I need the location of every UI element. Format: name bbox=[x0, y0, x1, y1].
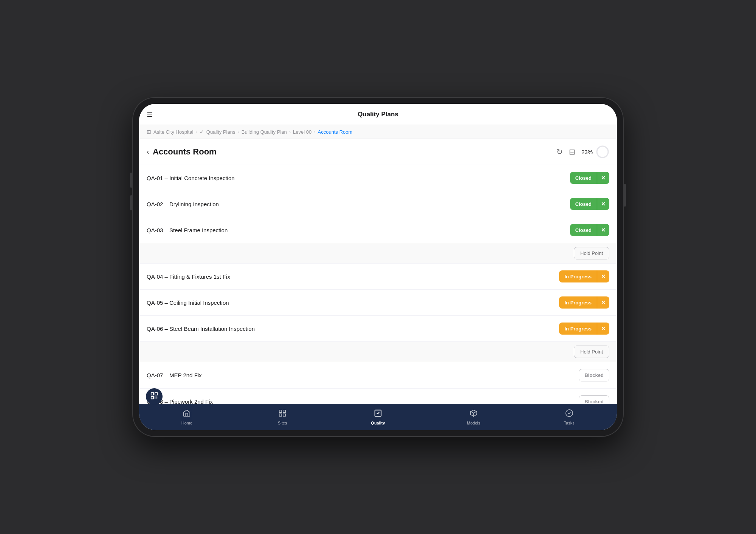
badge-label: Closed bbox=[570, 198, 597, 210]
nav-item-sites[interactable]: Sites bbox=[267, 409, 297, 425]
list-item[interactable]: QA-01 – Initial Concrete Inspection Clos… bbox=[139, 165, 617, 191]
screen: ☰ Quality Plans ⊞ Asite City Hospital › … bbox=[139, 104, 617, 430]
progress-text: 23% bbox=[581, 149, 593, 155]
svg-point-0 bbox=[597, 146, 608, 157]
hold-point-row: Hold Point bbox=[139, 342, 617, 362]
badge-close-icon[interactable]: ✕ bbox=[597, 172, 609, 184]
layout-icon[interactable]: ⊟ bbox=[569, 147, 575, 156]
back-button[interactable]: ‹ bbox=[147, 148, 149, 156]
breadcrumb-sep-3: › bbox=[289, 129, 291, 135]
breadcrumb-site[interactable]: ⊞ Asite City Hospital bbox=[147, 129, 193, 135]
list-item-label: QA-06 – Steel Beam Installation Inspecti… bbox=[147, 326, 255, 332]
breadcrumb-building-label: Building Quality Plan bbox=[242, 129, 287, 135]
progress-container: 23% bbox=[581, 145, 609, 159]
svg-rect-9 bbox=[151, 392, 153, 395]
list-item[interactable]: QA-04 – Fitting & Fixtures 1st Fix In Pr… bbox=[139, 264, 617, 290]
svg-rect-10 bbox=[155, 392, 157, 395]
list-item-label: QA-03 – Steel Frame Inspection bbox=[147, 227, 228, 233]
qa-list: QA-01 – Initial Concrete Inspection Clos… bbox=[139, 165, 617, 404]
status-badge-in-progress[interactable]: In Progress ✕ bbox=[559, 323, 609, 335]
list-item-label: QA-01 – Initial Concrete Inspection bbox=[147, 175, 235, 181]
breadcrumb-building[interactable]: Building Quality Plan bbox=[242, 129, 287, 135]
hold-point-badge[interactable]: Hold Point bbox=[574, 247, 609, 259]
badge-label: In Progress bbox=[559, 271, 597, 282]
page-title: Accounts Room bbox=[153, 147, 217, 157]
badge-close-icon[interactable]: ✕ bbox=[597, 323, 609, 335]
home-icon bbox=[183, 409, 191, 420]
models-icon bbox=[469, 409, 478, 420]
list-item[interactable]: QA-03 – Steel Frame Inspection Closed ✕ bbox=[139, 217, 617, 243]
svg-rect-5 bbox=[283, 414, 285, 416]
badge-label: Blocked bbox=[579, 369, 609, 381]
page-header-left: ‹ Accounts Room bbox=[147, 147, 217, 157]
page-header: ‹ Accounts Room ↻ ⊟ 23% bbox=[139, 139, 617, 165]
breadcrumb-level[interactable]: Level 00 bbox=[293, 129, 311, 135]
list-item[interactable]: QA-05 – Ceiling Initial Inspection In Pr… bbox=[139, 290, 617, 316]
badge-label: Blocked bbox=[579, 396, 609, 404]
fab-button[interactable] bbox=[146, 388, 163, 405]
qr-icon bbox=[150, 392, 158, 402]
power-button[interactable] bbox=[624, 184, 626, 207]
badge-close-icon[interactable]: ✕ bbox=[597, 270, 609, 282]
badge-close-icon[interactable]: ✕ bbox=[597, 296, 609, 309]
status-badge-closed[interactable]: Closed ✕ bbox=[570, 172, 609, 184]
list-item[interactable]: QA-06 – Steel Beam Installation Inspecti… bbox=[139, 316, 617, 342]
grid-icon: ⊞ bbox=[147, 129, 151, 135]
quality-icon bbox=[374, 409, 382, 420]
main-content: ‹ Accounts Room ↻ ⊟ 23% bbox=[139, 139, 617, 404]
hold-point-row: Hold Point bbox=[139, 243, 617, 264]
status-badge-in-progress[interactable]: In Progress ✕ bbox=[559, 296, 609, 309]
badge-close-icon[interactable]: ✕ bbox=[597, 224, 609, 236]
list-item[interactable]: QA-02 – Drylining Inspection Closed ✕ bbox=[139, 191, 617, 217]
status-badge-blocked[interactable]: Blocked bbox=[579, 395, 609, 404]
bottom-nav: Home Sites Quality Models bbox=[139, 404, 617, 430]
breadcrumb-room-label: Accounts Room bbox=[318, 129, 353, 135]
svg-rect-4 bbox=[279, 414, 282, 416]
status-badge-blocked[interactable]: Blocked bbox=[579, 369, 609, 381]
nav-label-home: Home bbox=[181, 421, 192, 425]
badge-label: In Progress bbox=[559, 297, 597, 309]
breadcrumb-level-label: Level 00 bbox=[293, 129, 311, 135]
volume-up-button[interactable] bbox=[130, 173, 132, 188]
breadcrumb: ⊞ Asite City Hospital › ✓ Quality Plans … bbox=[139, 125, 617, 139]
list-item-label: QA-05 – Ceiling Initial Inspection bbox=[147, 299, 229, 306]
device-frame: ☰ Quality Plans ⊞ Asite City Hospital › … bbox=[132, 97, 624, 437]
hold-point-badge[interactable]: Hold Point bbox=[574, 346, 609, 358]
nav-label-quality: Quality bbox=[371, 421, 385, 425]
svg-rect-2 bbox=[279, 410, 282, 412]
list-item-label: QA-04 – Fitting & Fixtures 1st Fix bbox=[147, 273, 230, 280]
badge-close-icon[interactable]: ✕ bbox=[597, 198, 609, 210]
breadcrumb-quality[interactable]: ✓ Quality Plans bbox=[200, 129, 235, 135]
status-badge-closed[interactable]: Closed ✕ bbox=[570, 224, 609, 236]
nav-item-models[interactable]: Models bbox=[459, 409, 489, 425]
list-item[interactable]: QA-07 – MEP 2nd Fix Blocked bbox=[139, 362, 617, 389]
breadcrumb-sep-4: › bbox=[314, 129, 315, 135]
badge-label: Closed bbox=[570, 172, 597, 184]
breadcrumb-sep-2: › bbox=[237, 129, 239, 135]
status-badge-in-progress[interactable]: In Progress ✕ bbox=[559, 270, 609, 282]
refresh-icon[interactable]: ↻ bbox=[556, 147, 563, 156]
badge-label: In Progress bbox=[559, 323, 597, 335]
breadcrumb-room: Accounts Room bbox=[318, 129, 353, 135]
sites-icon bbox=[278, 409, 287, 420]
check-icon: ✓ bbox=[200, 129, 204, 135]
nav-label-sites: Sites bbox=[278, 421, 287, 425]
nav-label-tasks: Tasks bbox=[564, 421, 575, 425]
list-item-label: QA-07 – MEP 2nd Fix bbox=[147, 372, 202, 378]
list-item-label: QA-02 – Drylining Inspection bbox=[147, 201, 219, 207]
breadcrumb-sep-1: › bbox=[195, 129, 197, 135]
menu-icon[interactable]: ☰ bbox=[147, 110, 153, 119]
top-bar: ☰ Quality Plans bbox=[139, 104, 617, 125]
nav-item-home[interactable]: Home bbox=[172, 409, 202, 425]
volume-down-button[interactable] bbox=[130, 195, 132, 210]
svg-rect-11 bbox=[151, 396, 153, 398]
nav-item-tasks[interactable]: Tasks bbox=[554, 409, 584, 425]
breadcrumb-quality-label: Quality Plans bbox=[206, 129, 235, 135]
badge-label: Closed bbox=[570, 224, 597, 236]
app-title: Quality Plans bbox=[358, 111, 398, 118]
page-header-right: ↻ ⊟ 23% bbox=[556, 145, 609, 159]
nav-item-quality[interactable]: Quality bbox=[363, 409, 393, 425]
status-badge-closed[interactable]: Closed ✕ bbox=[570, 198, 609, 210]
svg-rect-3 bbox=[283, 410, 285, 412]
list-item[interactable]: QA-08 – Pipework 2nd Fix Blocked bbox=[139, 389, 617, 404]
